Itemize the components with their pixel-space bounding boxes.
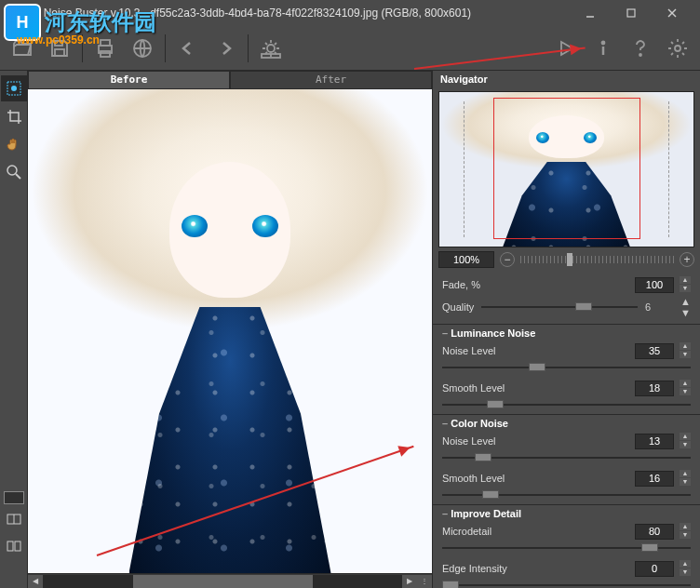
share-button[interactable] bbox=[126, 32, 159, 65]
col-noise-value[interactable]: 13 bbox=[635, 434, 674, 449]
zoom-slider[interactable] bbox=[520, 256, 674, 263]
parameters-panel: Fade, % 100 ▲▼ Quality 6 ▲▼ Luminance No… bbox=[433, 270, 700, 588]
svg-line-19 bbox=[16, 174, 20, 179]
lum-smooth-slider[interactable] bbox=[442, 399, 691, 410]
col-smooth-slider[interactable] bbox=[442, 489, 691, 501]
svg-point-12 bbox=[602, 41, 605, 44]
minimize-button[interactable] bbox=[570, 0, 611, 26]
edge-slider[interactable] bbox=[442, 580, 691, 588]
detail-group: Improve Detail bbox=[433, 504, 700, 520]
main-toolbar bbox=[0, 26, 700, 71]
info-button[interactable] bbox=[586, 32, 620, 65]
color-swatch[interactable] bbox=[4, 491, 24, 504]
help-button[interactable] bbox=[624, 32, 657, 65]
svg-rect-8 bbox=[101, 51, 110, 57]
lum-smooth-label: Smooth Level bbox=[442, 382, 629, 394]
lum-smooth-value[interactable]: 18 bbox=[635, 381, 674, 396]
compare-split-icon[interactable] bbox=[1, 506, 27, 532]
micro-value[interactable]: 80 bbox=[635, 524, 674, 540]
edge-label: Edge Intensity bbox=[442, 563, 629, 574]
col-smooth-value[interactable]: 16 bbox=[635, 471, 674, 487]
svg-rect-4 bbox=[55, 41, 62, 46]
svg-point-14 bbox=[639, 54, 641, 56]
print-button[interactable] bbox=[88, 32, 122, 65]
zoom-value[interactable]: 100% bbox=[438, 251, 494, 268]
tab-before[interactable]: Before bbox=[28, 71, 230, 89]
fade-label: Fade, % bbox=[442, 279, 629, 290]
redo-button[interactable] bbox=[209, 32, 242, 65]
lum-noise-value[interactable]: 35 bbox=[635, 343, 674, 359]
luminance-group: Luminance Noise bbox=[433, 324, 700, 340]
tab-after[interactable]: After bbox=[230, 71, 432, 89]
fade-spinner[interactable]: ▲▼ bbox=[680, 276, 691, 293]
side-toolbar bbox=[0, 71, 28, 588]
col-noise-slider[interactable] bbox=[442, 452, 691, 463]
save-button[interactable] bbox=[43, 32, 76, 65]
maximize-button[interactable] bbox=[611, 0, 652, 26]
close-button[interactable] bbox=[652, 0, 693, 26]
col-smooth-label: Smooth Level bbox=[442, 473, 629, 484]
fade-value[interactable]: 100 bbox=[635, 277, 674, 293]
svg-point-17 bbox=[11, 86, 17, 91]
titlebar: AKVIS Noise Buster v.10.3 - df55c2a3-3dd… bbox=[0, 0, 700, 26]
compare-side-icon[interactable] bbox=[1, 533, 27, 559]
svg-rect-22 bbox=[7, 541, 13, 551]
zoom-bar: 100% − + bbox=[433, 249, 700, 270]
color-group: Color Noise bbox=[433, 414, 700, 430]
col-noise-label: Noise Level bbox=[442, 435, 629, 447]
run-button[interactable] bbox=[549, 32, 583, 65]
navigator-view[interactable] bbox=[438, 91, 694, 247]
hand-tool[interactable] bbox=[1, 131, 27, 157]
crop-tool[interactable] bbox=[1, 103, 27, 129]
quality-slider[interactable] bbox=[481, 302, 638, 312]
svg-rect-23 bbox=[15, 541, 20, 551]
preview-tool[interactable] bbox=[1, 75, 27, 101]
lum-noise-label: Noise Level bbox=[442, 345, 629, 356]
view-tabs: Before After bbox=[28, 71, 432, 89]
edge-value[interactable]: 0 bbox=[635, 561, 674, 577]
quality-value[interactable]: 6 bbox=[645, 301, 673, 313]
navigator-title: Navigator bbox=[433, 71, 700, 89]
horizontal-scrollbar[interactable]: ◀ ▶ ⋮ bbox=[28, 573, 432, 588]
zoom-tool[interactable] bbox=[1, 159, 27, 185]
zoom-out-button[interactable]: − bbox=[500, 252, 515, 267]
quality-spinner[interactable]: ▲▼ bbox=[680, 296, 691, 318]
svg-rect-1 bbox=[627, 9, 635, 17]
settings-button[interactable] bbox=[661, 32, 694, 65]
svg-rect-7 bbox=[101, 40, 110, 46]
undo-button[interactable] bbox=[171, 32, 205, 65]
right-panel: Navigator 100% − + Fade, % 100 ▲▼ bbox=[432, 71, 700, 588]
lum-noise-slider[interactable] bbox=[442, 362, 691, 373]
svg-rect-5 bbox=[55, 49, 64, 56]
window-title: AKVIS Noise Buster v.10.3 - df55c2a3-3dd… bbox=[7, 7, 570, 20]
image-canvas[interactable] bbox=[28, 89, 432, 573]
micro-slider[interactable] bbox=[442, 542, 691, 554]
zoom-in-button[interactable]: + bbox=[680, 252, 694, 267]
quality-label: Quality bbox=[442, 301, 474, 313]
svg-point-15 bbox=[675, 46, 680, 51]
svg-point-10 bbox=[267, 45, 275, 52]
batch-button[interactable] bbox=[254, 32, 288, 65]
open-button[interactable] bbox=[6, 32, 39, 65]
micro-label: Microdetail bbox=[442, 526, 629, 537]
svg-point-18 bbox=[7, 166, 17, 175]
